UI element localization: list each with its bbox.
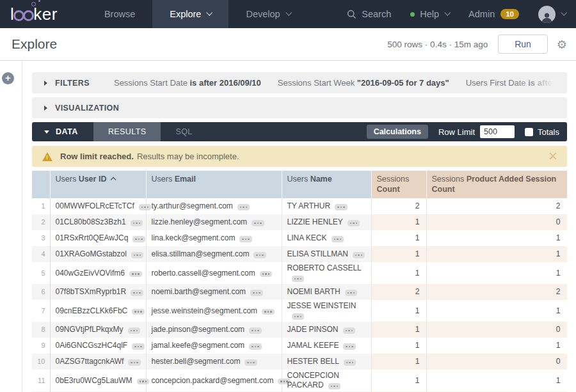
cell-email[interactable]: ty.arthur@segment.com [146,198,282,214]
cell-user_id[interactable]: 01RSxRrt0QEAwJCq [50,230,146,246]
cell-name[interactable]: ELISA STILLMAN [282,246,371,262]
cell-menu-icon[interactable] [137,379,150,385]
help-menu[interactable]: Help [410,9,449,19]
cell-email[interactable]: jesse.weinstein@segment.com [146,300,282,322]
column-header-user-id[interactable]: Users User ID [50,171,146,198]
cell-menu-icon[interactable] [343,327,356,334]
cell-name[interactable]: JESSE WEINSTEIN [282,300,371,322]
cell-email[interactable]: roberto.cassell@segment.com [146,262,282,284]
filters-bar[interactable]: FILTERS Sessions Start Date is after 201… [32,72,567,93]
run-button[interactable]: Run [498,35,548,54]
column-header-email[interactable]: Users Email [146,171,282,198]
filter-item[interactable]: Sessions Start Week "2016-09-05 for 7 da… [278,78,449,88]
cell-user_id[interactable]: 01XRAGoMGstabzol [50,246,146,262]
cell-menu-icon[interactable] [345,290,358,296]
cell-email[interactable]: jamal.keefe@segment.com [146,338,282,354]
cell-email[interactable]: lizzie.henley@segment.com [146,214,282,230]
cell-menu-icon[interactable] [131,252,144,258]
admin-menu[interactable]: Admin 10 [468,9,519,19]
cell-name[interactable]: NOEMI BARTH [282,284,371,300]
cell-count[interactable]: 1 [371,230,426,246]
cell-menu-icon[interactable] [332,236,344,242]
cell-product-added-session-count[interactable]: 0 [426,322,567,338]
cell-product-added-session-count[interactable]: 1 [426,338,567,354]
cell-menu-icon[interactable] [344,359,356,366]
column-header-name[interactable]: Users Name [282,171,371,198]
cell-menu-icon[interactable] [239,236,252,242]
cell-user_id[interactable]: 0AZSG7ttagcnkAWf [50,354,146,370]
cell-count[interactable]: 1 [371,300,426,322]
cell-menu-icon[interactable] [343,343,356,350]
cell-name[interactable]: LINA KECK [282,230,371,246]
cell-menu-icon[interactable] [237,204,250,210]
cell-menu-icon[interactable] [262,309,275,315]
search-button[interactable]: Search [347,9,391,19]
cell-name[interactable]: ROBERTO CASSELL [282,262,371,284]
cell-count[interactable]: 1 [371,214,426,230]
cell-product-added-session-count[interactable]: 1 [426,230,567,246]
cell-user_id[interactable]: 09cnEBzzCLKk6FbC [50,300,146,322]
cell-name[interactable]: LIZZIE HENLEY [282,214,371,230]
cell-email[interactable]: hester.bell@segment.com [146,354,282,370]
cell-menu-icon[interactable] [348,220,360,226]
cell-menu-icon[interactable] [249,343,262,350]
cell-menu-icon[interactable] [253,252,266,258]
cell-menu-icon[interactable] [131,220,143,226]
cell-name[interactable]: JADE PINSON [282,322,371,338]
cell-product-added-session-count[interactable]: 1 [426,262,567,284]
cell-menu-icon[interactable] [139,204,152,210]
cell-product-added-session-count[interactable]: 2 [426,198,567,214]
column-header-product-added-session-count[interactable]: Sessions Product Added Session Count [426,171,567,198]
cell-count[interactable]: 1 [371,262,426,284]
cell-menu-icon[interactable] [128,359,141,366]
cell-product-added-session-count[interactable]: 1 [426,246,567,262]
cell-menu-icon[interactable] [260,271,273,278]
cell-email[interactable]: concepcion.packard@segment.com [146,370,282,391]
cell-count[interactable]: 2 [371,284,426,300]
cell-menu-icon[interactable] [335,204,348,210]
cell-product-added-session-count[interactable]: 1 [426,300,567,322]
cell-user_id[interactable]: 00MWWFOLRcETcTCf [50,198,146,214]
cell-name[interactable]: HESTER BELL [282,354,371,370]
cell-menu-icon[interactable] [252,220,264,226]
looker-logo[interactable]: lker [10,4,58,24]
cell-count[interactable]: 2 [371,198,426,214]
filter-item[interactable]: Users First Date is after 2016/09/10 [466,78,567,88]
tab-results[interactable]: RESULTS [93,122,161,141]
cell-menu-icon[interactable] [128,327,141,334]
user-avatar[interactable] [538,6,556,23]
cell-menu-icon[interactable] [250,290,263,296]
calculations-button[interactable]: Calculations [367,125,428,139]
cell-menu-icon[interactable] [292,313,305,320]
column-header-count[interactable]: Sessions Count [371,171,426,198]
cell-menu-icon[interactable] [328,383,341,389]
tab-sql[interactable]: SQL [161,122,207,141]
cell-email[interactable]: elisa.stillman@segment.com [146,246,282,262]
cell-menu-icon[interactable] [244,359,257,366]
cell-product-added-session-count[interactable]: 1 [426,370,567,391]
add-panel-button[interactable]: + [2,72,14,84]
cell-user_id[interactable]: 0Ai6GNCGszHC4qlF [50,338,146,354]
cell-name[interactable]: JAMAL KEEFE [282,338,371,354]
cell-email[interactable]: noemi.barth@segment.com [146,284,282,300]
cell-menu-icon[interactable] [292,276,305,282]
cell-product-added-session-count[interactable]: 2 [426,284,567,300]
cell-user_id[interactable]: 040wGzEivVOVifm6 [50,262,146,284]
cell-email[interactable]: jade.pinson@segment.com [146,322,282,338]
visualization-bar[interactable]: VISUALIZATION [32,97,567,118]
cell-menu-icon[interactable] [132,309,145,315]
row-limit-input[interactable] [480,125,515,138]
cell-count[interactable]: 1 [371,338,426,354]
cell-count[interactable]: 1 [371,354,426,370]
cell-user_id[interactable]: 0bE3ru0WCg5LauWM [50,370,146,391]
nav-browse[interactable]: Browse [87,0,152,28]
cell-count[interactable]: 1 [371,246,426,262]
cell-product-added-session-count[interactable]: 0 [426,354,567,370]
cell-menu-icon[interactable] [131,290,143,296]
cell-user_id[interactable]: 07f8bTSXmRyprb1R [50,284,146,300]
cell-menu-icon[interactable] [249,327,262,334]
totals-checkbox[interactable] [525,128,533,136]
cell-email[interactable]: lina.keck@segment.com [146,230,282,246]
cell-menu-icon[interactable] [129,271,142,278]
filter-item[interactable]: Sessions Start Date is after 2016/09/10 [114,78,261,88]
